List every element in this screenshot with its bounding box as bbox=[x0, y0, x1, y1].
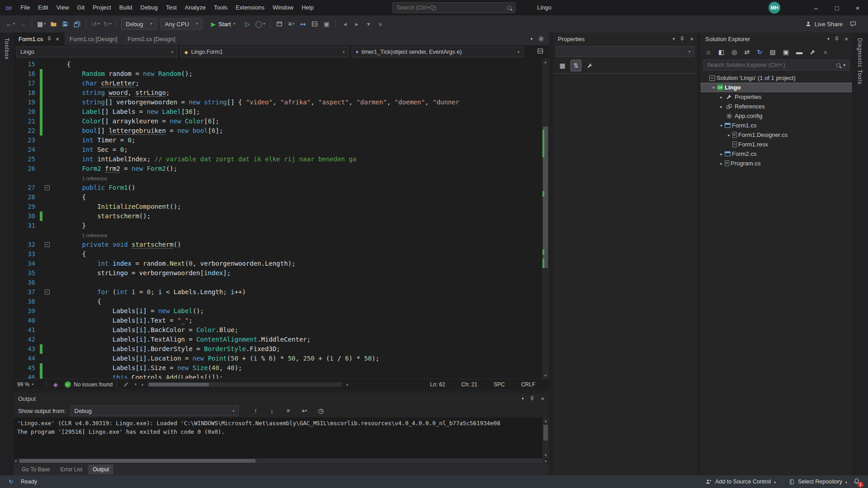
word-wrap-icon[interactable]: ↩ bbox=[299, 405, 310, 417]
minimize-button[interactable]: – bbox=[806, 0, 826, 15]
bottom-tab-go-to-base[interactable]: Go To Base bbox=[17, 465, 54, 474]
code-line[interactable]: 26Form2 frm2 = new Form2(); bbox=[14, 164, 542, 174]
chevron-right-icon[interactable]: ▸ bbox=[718, 152, 725, 156]
home-icon[interactable]: ⌂ bbox=[704, 47, 712, 56]
code-line[interactable]: 45Labels[i].Size = new Size(40, 40); bbox=[14, 363, 542, 373]
code-line[interactable]: 29InitializeComponent(); bbox=[14, 202, 542, 211]
maximize-button[interactable]: □ bbox=[826, 0, 847, 15]
fold-marker-icon[interactable]: – bbox=[42, 183, 52, 192]
tree-item-form1-cs[interactable]: ▾Form1.cs bbox=[701, 121, 852, 130]
code-line[interactable]: 28{ bbox=[14, 192, 542, 202]
notifications-button[interactable]: 1 bbox=[854, 478, 863, 486]
nest-files-icon[interactable]: ▤ bbox=[768, 47, 777, 56]
code-line[interactable]: 44Labels[i].Location = new Point(50 + (i… bbox=[14, 354, 542, 363]
code-line[interactable]: 39Labels[i] = new Label(); bbox=[14, 306, 542, 316]
select-repository-button[interactable]: Select Repository ▴ bbox=[789, 479, 847, 485]
zoom-dropdown[interactable]: 99 %▾ bbox=[17, 381, 42, 388]
chevron-right-icon[interactable]: ▸ bbox=[726, 133, 732, 137]
close-icon[interactable]: × bbox=[541, 395, 544, 402]
menu-item-project[interactable]: Project bbox=[89, 0, 115, 15]
quick-search-box[interactable] bbox=[392, 2, 515, 13]
code-line[interactable]: 15{ bbox=[14, 60, 542, 69]
spaces-indicator[interactable]: SPC bbox=[494, 381, 505, 388]
menu-item-file[interactable]: File bbox=[16, 0, 34, 15]
bottom-tab-error-list[interactable]: Error List bbox=[56, 465, 87, 474]
add-to-source-control-button[interactable]: Add to Source Control ▴ bbox=[705, 479, 776, 485]
code-line[interactable]: 18string woord, strLingo; bbox=[14, 88, 542, 98]
code-line[interactable]: 27–public Form1() bbox=[14, 183, 542, 192]
intellisense-status-icon[interactable]: ◈ bbox=[50, 379, 61, 390]
show-all-files-icon[interactable]: ▣ bbox=[782, 47, 790, 56]
navigate-backward-icon[interactable]: ←▾ bbox=[5, 18, 16, 30]
code-line[interactable]: 31} bbox=[14, 221, 542, 230]
tab-form1-cs-design[interactable]: Form1.cs [Design] bbox=[65, 33, 123, 45]
properties-icon[interactable] bbox=[808, 47, 817, 56]
scroll-up-icon[interactable]: ▲ bbox=[542, 418, 549, 424]
profiler-dropdown-icon[interactable]: ◯▾ bbox=[254, 18, 267, 30]
chevron-right-icon[interactable]: ▸ bbox=[718, 95, 725, 99]
code-line[interactable]: 40Labels[i].Text = "_"; bbox=[14, 316, 542, 325]
bottom-tab-output[interactable]: Output bbox=[88, 465, 113, 474]
tree-item-form2-cs[interactable]: ▸Form2.cs bbox=[701, 149, 852, 159]
code-line[interactable]: 41Labels[i].BackColor = Color.Blue; bbox=[14, 325, 542, 335]
watch-window-icon[interactable]: ▣ bbox=[321, 18, 332, 30]
save-all-icon[interactable] bbox=[71, 18, 82, 30]
code-line[interactable]: 33{ bbox=[14, 249, 542, 259]
chevron-down-icon[interactable]: ▾ bbox=[710, 85, 717, 90]
clear-all-icon[interactable]: × bbox=[283, 405, 294, 417]
next-bookmark-icon[interactable]: ▸ bbox=[351, 18, 362, 30]
code-line[interactable]: 34int index = random.Next(0, verborgenwo… bbox=[14, 259, 542, 268]
project-dropdown[interactable]: Lingo▾ bbox=[16, 47, 177, 57]
account-avatar[interactable]: MH bbox=[769, 2, 780, 14]
tree-item-lingo[interactable]: ▾C#Lingo bbox=[701, 83, 852, 92]
code-line[interactable]: 23int Timer = 0; bbox=[14, 136, 542, 145]
tree-item-program-cs[interactable]: ▸Program.cs bbox=[701, 159, 852, 168]
menu-item-build[interactable]: Build bbox=[115, 0, 137, 15]
alphabetical-icon[interactable]: ⇅ bbox=[571, 60, 581, 71]
class-dropdown[interactable]: ◆Lingo.Form1▾ bbox=[180, 47, 349, 57]
output-console[interactable]: 'Lingo.exe' (CLR v4.0.30319: Lingo.exe):… bbox=[14, 418, 549, 458]
redo-icon[interactable]: ↻▾ bbox=[102, 18, 113, 30]
refresh-icon[interactable]: ↻ bbox=[755, 47, 764, 56]
start-debugging-button[interactable]: ▶Start▾ bbox=[207, 18, 239, 30]
pin-icon[interactable] bbox=[679, 36, 685, 42]
tree-item-solution-lingo-1-of-1-project[interactable]: Solution 'Lingo' (1 of 1 project) bbox=[701, 73, 852, 83]
code-line[interactable]: 25int intLabelIndex; // variable dat zor… bbox=[14, 155, 542, 164]
navigate-forward-icon[interactable]: → bbox=[17, 18, 28, 30]
tab-form2-cs-design[interactable]: Form2.cs [Design] bbox=[123, 33, 180, 45]
output-source-dropdown[interactable]: Debug▾ bbox=[71, 405, 239, 416]
previous-bookmark-icon[interactable]: ◂ bbox=[340, 18, 350, 30]
output-vertical-scrollbar[interactable]: ▲ ▼ bbox=[542, 418, 549, 458]
menu-item-debug[interactable]: Debug bbox=[137, 0, 162, 15]
menu-item-window[interactable]: Window bbox=[269, 0, 297, 15]
diagnostic-tools-tab[interactable]: Diagnostic Tools bbox=[856, 33, 864, 89]
properties-object-dropdown[interactable]: ▾ bbox=[556, 46, 694, 57]
close-icon[interactable]: × bbox=[844, 36, 848, 42]
code-line[interactable]: 22bool[] lettergebruiken = new bool[6]; bbox=[14, 126, 542, 136]
close-button[interactable]: × bbox=[847, 0, 868, 15]
scroll-left-icon[interactable]: ◂ bbox=[140, 382, 144, 387]
tree-item-form1-resx[interactable]: Form1.resx bbox=[701, 140, 852, 149]
code-editor[interactable]: 15{16Random random = new Random();17char… bbox=[14, 59, 542, 379]
tree-item-form1-designer-cs[interactable]: ▸Form1.Designer.cs bbox=[701, 130, 852, 140]
menu-item-test[interactable]: Test bbox=[162, 0, 181, 15]
editor-scroll-track[interactable] bbox=[542, 65, 549, 372]
chevron-down-icon[interactable]: ▾ bbox=[673, 37, 675, 41]
toolbox-tab[interactable]: Toolbox bbox=[3, 33, 11, 64]
send-feedback-icon[interactable] bbox=[850, 21, 856, 27]
switch-views-icon[interactable]: ◧ bbox=[717, 47, 726, 56]
solution-configurations-dropdown[interactable]: Debug▾ bbox=[121, 18, 156, 30]
properties-wrench-icon[interactable] bbox=[584, 60, 595, 71]
pending-changes-filter-icon[interactable]: ⇄ bbox=[743, 47, 751, 56]
start-without-debugging-icon[interactable]: ▷ bbox=[242, 18, 253, 30]
live-share-button[interactable]: Live Share bbox=[805, 21, 843, 28]
code-line[interactable]: 21Color[] arraykleuren = new Color[6]; bbox=[14, 117, 542, 126]
menu-item-tools[interactable]: Tools bbox=[210, 0, 231, 15]
code-line[interactable]: 38{ bbox=[14, 297, 542, 306]
collapse-all-icon[interactable]: ▬ bbox=[795, 47, 804, 56]
code-line[interactable]: 36 bbox=[14, 278, 542, 287]
line-operations-icon[interactable]: ≡▾ bbox=[286, 18, 297, 30]
open-folder-icon[interactable] bbox=[48, 18, 59, 30]
close-icon[interactable]: × bbox=[690, 36, 693, 42]
line-ending-indicator[interactable]: CRLF bbox=[521, 381, 535, 388]
